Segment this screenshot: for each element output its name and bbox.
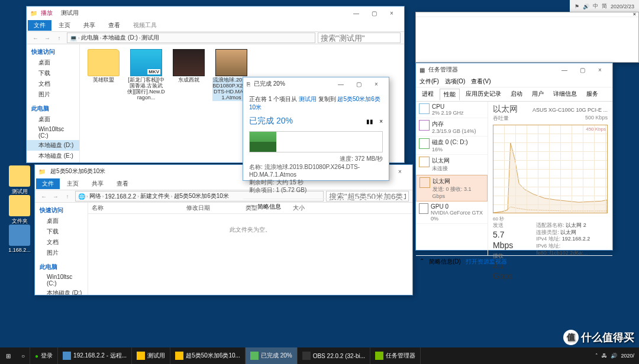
chevron-up-icon[interactable]: ⌃ — [249, 204, 254, 210]
close-button[interactable]: × — [367, 78, 385, 90]
file-video[interactable]: [新龙门客栈][中国香港.古装武侠][国行].New.Dragon... — [127, 49, 165, 101]
sidebar-item[interactable]: 桌面 — [27, 57, 79, 68]
tab-performance[interactable]: 性能 — [440, 89, 460, 100]
tab-startup[interactable]: 启动 — [507, 89, 526, 100]
sidebar-item[interactable]: 本地磁盘 (E:) — [27, 151, 79, 161]
list-item-ethernet2[interactable]: 以太网发送: 0 接收: 3.1 Gbps — [416, 175, 488, 202]
close-button[interactable]: × — [391, 165, 409, 177]
start-button[interactable]: ⊞ — [0, 347, 17, 364]
sidebar-item-selected[interactable]: 本地磁盘 (D:) — [27, 140, 79, 151]
maximize-button[interactable]: ▢ — [573, 64, 591, 76]
sidebar-item[interactable]: 文档 — [35, 237, 88, 248]
sidebar-item[interactable]: 图片 — [27, 89, 79, 100]
copy-dialog: ⎘ 已完成 20% — ▢ × 正在将 1 个项目从 测试用 复制到 超5类50… — [243, 77, 389, 181]
tray-icon[interactable]: ⚑ — [575, 4, 579, 9]
sidebar-quick-access[interactable]: 快速访问 — [35, 205, 88, 216]
sidebar-item[interactable]: 文档 — [27, 79, 79, 89]
tab-history[interactable]: 应用历史记录 — [462, 89, 505, 100]
menu-file[interactable]: 文件(F) — [419, 77, 439, 86]
tab-file[interactable]: 文件 — [28, 20, 51, 31]
sidebar-item[interactable]: 桌面 — [35, 216, 88, 226]
close-button[interactable]: × — [591, 64, 609, 76]
taskbar-item[interactable]: 超5类50米加6类10... — [170, 347, 246, 364]
taskbar-item[interactable]: OBS 22.0.2 (32-bi... — [298, 347, 370, 364]
cortana-icon[interactable]: ○ — [17, 347, 30, 364]
tab-share[interactable]: 共享 — [78, 20, 101, 31]
tab-services[interactable]: 服务 — [583, 89, 602, 100]
desktop-icon[interactable]: 1.168.2... — [4, 225, 36, 253]
list-item-disk[interactable]: 磁盘 0 (C: D:)16% — [416, 136, 488, 155]
sidebar-item[interactable]: 下载 — [35, 226, 88, 237]
sidebar-this-pc[interactable]: 此电脑 — [35, 262, 88, 272]
sidebar-item[interactable]: Win10ltsc (C:) — [27, 125, 79, 140]
tab-video-tools[interactable]: 视频工具 — [127, 20, 163, 31]
sidebar-item[interactable]: 图片 — [35, 248, 88, 258]
col-date[interactable]: 修改日期 — [183, 203, 242, 213]
tab-view[interactable]: 查看 — [111, 178, 134, 189]
minimize-button[interactable]: — — [556, 64, 573, 76]
maximize-button[interactable]: ▢ — [350, 78, 367, 90]
tab-details[interactable]: 详细信息 — [550, 89, 580, 100]
tray-icon[interactable]: 🔊 — [583, 4, 589, 9]
less-info-link[interactable]: 简略信息(D) — [429, 258, 461, 266]
list-item-memory[interactable]: 内存2.3/15.9 GB (14%) — [416, 118, 488, 136]
send-rate: 5.7 Mbps — [493, 229, 524, 251]
taskbar-item[interactable]: 任务管理器 — [370, 347, 421, 364]
list-item-gpu[interactable]: GPU 0NVIDIA GeForce GTX 0% — [416, 202, 488, 224]
network-icon[interactable]: 🖧 — [602, 353, 607, 359]
sidebar-item[interactable]: Win10ltsc (C:) — [35, 272, 88, 288]
file-folder[interactable]: 英雄联盟 — [85, 49, 122, 101]
maximize-button[interactable]: ▢ — [365, 7, 383, 19]
sidebar-item[interactable]: 桌面 — [27, 114, 79, 125]
adapter-name: ASUS XG-C100C 10G PCI-E ... — [532, 107, 608, 113]
tab-bar: 进程 性能 应用历史记录 启动 用户 详细信息 服务 — [416, 87, 612, 102]
close-icon[interactable]: × — [633, 11, 636, 17]
pause-icon[interactable]: ▮▮ — [366, 118, 373, 125]
close-button[interactable]: × — [383, 7, 401, 19]
cancel-icon[interactable]: × — [379, 118, 383, 125]
forward-icon[interactable]: → — [42, 32, 53, 43]
taskbar-item[interactable]: 测试用 — [132, 347, 170, 364]
up-icon[interactable]: ↑ — [62, 191, 73, 202]
taskmgr-icon: ▦ — [419, 67, 425, 73]
desktop-icon[interactable]: 测试用 — [4, 165, 36, 196]
breadcrumb[interactable]: 💻› 此电脑› 本地磁盘 (D:)› 测试用 — [67, 32, 315, 43]
taskbar-item[interactable]: 192.168.2.2 - 远程... — [58, 347, 132, 364]
minimize-button[interactable]: — — [332, 78, 350, 90]
tray-up-icon[interactable]: ˄ — [595, 353, 598, 359]
col-name[interactable]: 名称 — [88, 203, 183, 213]
desktop-icon[interactable]: 文件夹 — [4, 195, 36, 225]
tab-home[interactable]: 主页 — [61, 178, 85, 189]
tab-file[interactable]: 文件 — [36, 178, 60, 189]
list-item-ethernet1[interactable]: 以太网未连接 — [416, 155, 488, 175]
back-icon[interactable]: ← — [38, 191, 49, 202]
list-item-cpu[interactable]: CPU2% 2.19 GHz — [416, 102, 488, 118]
chevron-up-icon[interactable]: ⌃ — [419, 258, 424, 266]
tab-processes[interactable]: 进程 — [418, 89, 437, 100]
sidebar-item[interactable]: 本地磁盘 (I:) — [27, 161, 79, 162]
menu-view[interactable]: 查看(V) — [471, 77, 490, 86]
tab-users[interactable]: 用户 — [528, 89, 547, 100]
back-icon[interactable]: ← — [30, 32, 41, 43]
forward-icon[interactable]: → — [50, 191, 61, 202]
sidebar-quick-access[interactable]: 快速访问 — [27, 47, 79, 57]
tab-share[interactable]: 共享 — [86, 178, 109, 189]
wechat-icon[interactable]: ●登录 — [30, 347, 58, 364]
up-icon[interactable]: ↑ — [54, 32, 64, 43]
resource-monitor-link[interactable]: 打开资源监视器 — [466, 258, 507, 266]
taskbar-item-active[interactable]: 已完成 20% — [246, 347, 298, 364]
file-video[interactable]: 东成西就 — [170, 49, 208, 101]
sidebar-item[interactable]: 下载 — [27, 68, 79, 79]
tab-view[interactable]: 查看 — [102, 20, 126, 31]
task-manager: ▦ 任务管理器 — ▢ × 文件(F) 选项(O) 查看(V) 进程 性能 应用… — [415, 63, 613, 251]
search-input[interactable] — [318, 32, 401, 43]
ribbon: 文件 主页 共享 查看 视频工具 — [27, 20, 404, 31]
tab-home[interactable]: 主页 — [53, 20, 76, 31]
sidebar-item[interactable]: 本地磁盘 (D:) — [35, 288, 88, 295]
less-info-link[interactable]: 简略信息 — [257, 203, 281, 211]
menu-options[interactable]: 选项(O) — [445, 77, 465, 86]
minimize-button[interactable]: — — [347, 7, 365, 19]
volume-icon[interactable]: 🔊 — [611, 353, 617, 359]
sidebar-this-pc[interactable]: 此电脑 — [27, 103, 79, 114]
taskbar: ⊞ ○ ●登录 192.168.2.2 - 远程... 测试用 超5类50米加6… — [0, 347, 639, 364]
